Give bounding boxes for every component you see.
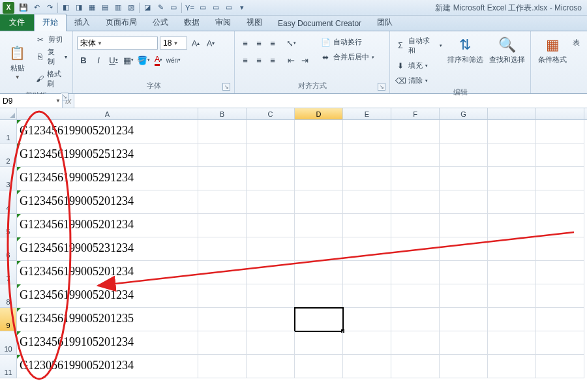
column-header-A[interactable]: A <box>17 108 198 119</box>
cell[interactable] <box>247 331 295 355</box>
cell[interactable] <box>247 120 295 143</box>
align-dialog-launcher[interactable]: ↘ <box>378 83 385 91</box>
cell[interactable] <box>247 308 295 331</box>
cell[interactable] <box>198 237 247 261</box>
qat-btn-7[interactable]: ◪ <box>141 2 154 14</box>
fill-button[interactable]: ⬇填充▾ <box>394 60 444 71</box>
column-header-C[interactable]: C <box>247 108 295 119</box>
cell[interactable] <box>488 355 536 378</box>
tab-file[interactable]: 文件 <box>0 14 34 31</box>
cell[interactable] <box>247 237 295 261</box>
cell[interactable] <box>391 284 440 308</box>
cell[interactable]: G123456199005251234 <box>17 143 198 167</box>
cell[interactable] <box>295 331 343 355</box>
find-select-button[interactable]: 🔍 查找和选择 <box>487 34 526 86</box>
column-header-B[interactable]: B <box>198 108 247 119</box>
cell[interactable]: G123456199005201234 <box>17 284 198 308</box>
cell[interactable] <box>391 237 440 261</box>
qat-btn-4[interactable]: ▤ <box>98 2 112 14</box>
cell[interactable] <box>343 331 391 355</box>
cell[interactable] <box>536 190 584 214</box>
align-left-button[interactable]: ≡ <box>239 53 252 67</box>
row-header[interactable]: 4 <box>0 190 17 214</box>
row-header[interactable]: 8 <box>0 284 17 308</box>
align-center-button[interactable]: ≡ <box>252 53 265 67</box>
qat-btn-13[interactable]: ▭ <box>222 2 235 14</box>
cell[interactable]: G123456199005201235 <box>17 308 198 331</box>
cell[interactable] <box>198 308 247 331</box>
cell[interactable] <box>343 308 391 331</box>
tab-review[interactable]: 审阅 <box>207 14 239 31</box>
row-header[interactable]: 2 <box>0 143 17 167</box>
cell[interactable] <box>295 167 343 190</box>
row-header[interactable]: 11 <box>0 355 17 378</box>
cell[interactable]: G123456199005201234 <box>17 214 198 237</box>
column-header-D[interactable]: D <box>295 108 343 119</box>
column-header-G[interactable]: G <box>440 108 488 119</box>
cell[interactable] <box>343 167 391 190</box>
cell[interactable] <box>247 284 295 308</box>
cell[interactable] <box>295 237 343 261</box>
cell[interactable] <box>440 167 488 190</box>
cell[interactable] <box>440 308 488 331</box>
cell[interactable] <box>198 143 247 167</box>
cell[interactable] <box>536 355 584 378</box>
cell[interactable] <box>198 214 247 237</box>
qat-btn-2[interactable]: ◨ <box>72 2 85 14</box>
column-header-E[interactable]: E <box>343 108 391 119</box>
tab-pagelayout[interactable]: 页面布局 <box>98 14 145 31</box>
cell[interactable] <box>488 167 536 190</box>
qat-save[interactable]: 💾 <box>17 2 30 14</box>
qat-redo[interactable]: ↷ <box>43 2 56 14</box>
qat-btn-6[interactable]: ▧ <box>125 2 138 14</box>
cell[interactable] <box>198 331 247 355</box>
cell[interactable] <box>198 355 247 378</box>
qat-btn-12[interactable]: ▭ <box>209 2 222 14</box>
border-button[interactable]: ▦▾ <box>122 53 135 67</box>
cell[interactable] <box>247 261 295 284</box>
cell[interactable] <box>198 261 247 284</box>
cell[interactable] <box>391 120 440 143</box>
cell[interactable] <box>343 284 391 308</box>
conditional-formatting-button[interactable]: ▦ 条件格式 <box>535 34 570 89</box>
cell[interactable] <box>488 214 536 237</box>
tab-view[interactable]: 视图 <box>239 14 270 31</box>
cell[interactable] <box>295 120 343 143</box>
tab-team[interactable]: 团队 <box>369 14 400 31</box>
format-painter-button[interactable]: 🖌格式刷 <box>34 68 68 89</box>
row-header[interactable]: 1 <box>0 120 17 143</box>
qat-btn-5[interactable]: ▥ <box>112 2 125 14</box>
font-dialog-launcher[interactable]: ↘ <box>222 83 230 91</box>
cell[interactable]: G123056199005201234 <box>17 355 198 378</box>
cell[interactable] <box>391 214 440 237</box>
orientation-button[interactable]: ⤡▾ <box>284 37 297 50</box>
tab-home[interactable]: 开始 <box>34 14 67 31</box>
qat-btn-3[interactable]: ▦ <box>85 2 98 14</box>
decrease-indent-button[interactable]: ⇤ <box>284 53 297 67</box>
cell[interactable] <box>343 261 391 284</box>
cell[interactable] <box>440 284 488 308</box>
phonetic-button[interactable]: wén▾ <box>167 53 180 67</box>
cell[interactable] <box>536 120 584 143</box>
increase-font-button[interactable]: A▴ <box>189 37 202 50</box>
cell[interactable] <box>198 120 247 143</box>
font-name-combo[interactable]: 宋体▼ <box>77 37 158 50</box>
cell[interactable] <box>536 167 584 190</box>
paste-button[interactable]: 📋 粘贴 ▼ <box>4 34 31 89</box>
cell[interactable] <box>488 237 536 261</box>
align-middle-button[interactable]: ≡ <box>252 37 265 50</box>
row-header[interactable]: 6 <box>0 237 17 261</box>
tab-edc[interactable]: Easy Document Creator <box>270 16 369 31</box>
cell[interactable] <box>488 143 536 167</box>
cell[interactable]: G123456199005231234 <box>17 237 198 261</box>
qat-btn-1[interactable]: ◧ <box>59 2 72 14</box>
cell[interactable] <box>247 143 295 167</box>
cell[interactable] <box>295 355 343 378</box>
underline-button[interactable]: U▾ <box>107 53 120 67</box>
cell[interactable] <box>343 120 391 143</box>
cell[interactable] <box>343 237 391 261</box>
cell[interactable] <box>391 261 440 284</box>
cell[interactable] <box>391 308 440 331</box>
cell[interactable] <box>247 167 295 190</box>
cell[interactable] <box>536 237 584 261</box>
